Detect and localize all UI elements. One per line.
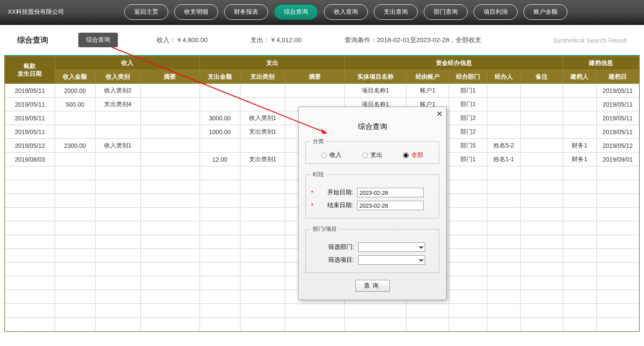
- category-legend: 分类: [311, 138, 326, 145]
- cell-date: 2019/05/11: [5, 111, 55, 125]
- income-total: 收入：￥4,800.00: [157, 36, 207, 44]
- cell-remark: [520, 153, 563, 166]
- nav-btn-4[interactable]: 收入查询: [324, 4, 368, 20]
- close-icon[interactable]: ✕: [436, 109, 443, 119]
- th-creator: 建档人: [563, 70, 596, 84]
- cell-inCat: 收入类别2: [95, 84, 140, 98]
- dialog-submit-button[interactable]: 查询: [355, 280, 390, 292]
- th-expense-amt: 支出金额: [200, 70, 240, 84]
- th-fund-group: 资金经办信息: [345, 56, 563, 70]
- cell-exAmt: 12.00: [200, 153, 240, 166]
- cell-inCat: 收入类别1: [95, 139, 140, 153]
- cell-person: [487, 111, 520, 125]
- dialog-title: 综合查询: [299, 122, 446, 132]
- start-date-input[interactable]: [357, 188, 424, 197]
- th-expense-cat: 支出类别: [240, 70, 285, 84]
- nav-btn-3[interactable]: 综合查询: [274, 4, 318, 20]
- top-nav-bar: XX科技股份有限公司 返回主页收支明细财务报表综合查询收入查询支出查询部门查询项…: [0, 0, 644, 25]
- th-income-amt: 收入金额: [55, 70, 95, 84]
- cell-inAmt: 500.00: [55, 98, 95, 111]
- th-income-sum: 摘要: [140, 70, 200, 84]
- radio-all[interactable]: 全部: [403, 151, 423, 159]
- filter-legend: 部门/项目: [311, 225, 339, 233]
- nav-btn-6[interactable]: 部门查询: [424, 4, 468, 20]
- open-search-dialog-button[interactable]: 综合查询: [78, 33, 118, 47]
- end-date-input[interactable]: [357, 201, 424, 210]
- cell-exCat: 支出类别1: [240, 153, 285, 166]
- th-person: 经办人: [487, 70, 520, 84]
- th-income-group: 收入: [55, 56, 200, 70]
- summary-bar: 综合查询 综合查询 收入：￥4,800.00 支出：￥4,012.00 查询条件…: [4, 25, 640, 55]
- cell-creator: [563, 111, 596, 125]
- table-row-empty: [5, 318, 639, 331]
- cell-exSum: [285, 84, 345, 98]
- cell-inSum: [140, 111, 200, 125]
- cell-dept: 部门1: [449, 98, 487, 111]
- cell-person: 姓名5-2: [487, 139, 520, 153]
- cell-creator: [563, 98, 596, 111]
- cell-inCat: 支出类别4: [95, 98, 140, 111]
- cell-person: [487, 125, 520, 139]
- cell-cdate: 2019/05/12: [596, 139, 639, 153]
- nav-btn-8[interactable]: 账户余额: [524, 4, 567, 20]
- cell-inAmt: 2000.00: [55, 84, 95, 98]
- page-subtitle-english: Synthetical Search Result: [553, 37, 627, 44]
- cell-exCat: [240, 84, 285, 98]
- search-dialog: ✕ 综合查询 分类 收入 支出 全部 时段 *开始日期: *结束日期: 部门/项…: [298, 107, 447, 300]
- cell-person: 姓名1-1: [487, 153, 520, 166]
- category-fieldset: 分类 收入 支出 全部: [305, 138, 439, 164]
- end-date-label: 结束日期:: [314, 202, 353, 209]
- cell-inSum: [140, 84, 200, 98]
- th-create-date: 建档日: [596, 70, 639, 84]
- cell-exAmt: 1000.00: [200, 125, 240, 139]
- cell-cdate: 2019/05/11: [596, 111, 639, 125]
- nav-btn-5[interactable]: 支出查询: [374, 4, 418, 20]
- cell-remark: [520, 98, 563, 111]
- cell-exCat: 收入类别1: [240, 111, 285, 125]
- query-condition: 查询条件：2018-02-01至2023-02-28，全部收支: [345, 36, 481, 44]
- cell-inSum: [140, 98, 200, 111]
- cell-inCat: [95, 125, 140, 139]
- filter-proj-select[interactable]: [358, 255, 425, 265]
- cell-person: [487, 98, 520, 111]
- filter-dept-select[interactable]: [358, 242, 425, 252]
- nav-btn-7[interactable]: 项目利润: [474, 4, 518, 20]
- dialog-titlebar: ✕: [299, 107, 446, 121]
- cell-inSum: [140, 125, 200, 139]
- radio-income[interactable]: 收入: [321, 151, 342, 159]
- cell-exAmt: [200, 98, 240, 111]
- cell-proj: 项目名称1: [345, 84, 407, 98]
- nav-btn-0[interactable]: 返回主页: [124, 4, 168, 20]
- cell-acc: 账户1: [406, 84, 449, 98]
- th-dept: 经办部门: [449, 70, 487, 84]
- period-legend: 时段: [311, 171, 326, 178]
- cell-date: 2019/08/03: [5, 153, 55, 166]
- brand-label: XX科技股份有限公司: [8, 8, 64, 16]
- th-income-cat: 收入类别: [95, 70, 140, 84]
- cell-date: 2019/05/12: [5, 139, 55, 153]
- cell-remark: [520, 139, 563, 153]
- cell-creator: [563, 84, 596, 98]
- table-row[interactable]: 2019/05/112000.00收入类别2项目名称1账户1部门12019/05…: [5, 84, 639, 98]
- cell-cdate: 2019/09/01: [596, 153, 639, 166]
- cell-exCat: 支出类别1: [240, 125, 285, 139]
- cell-dept: 部门5: [449, 139, 487, 153]
- cell-dept: 部门1: [449, 153, 487, 166]
- cell-inCat: [95, 111, 140, 125]
- th-expense-group: 支出: [200, 56, 345, 70]
- radio-expense[interactable]: 支出: [362, 151, 382, 159]
- nav-btn-1[interactable]: 收支明细: [174, 4, 218, 20]
- cell-inAmt: [55, 153, 95, 166]
- table-row-empty: [5, 304, 639, 318]
- cell-date: 2019/05/11: [5, 125, 55, 139]
- cell-remark: [520, 111, 563, 125]
- cell-creator: [563, 125, 596, 139]
- cell-exAmt: 3000.00: [200, 111, 240, 125]
- cell-inCat: [95, 153, 140, 166]
- cell-creator: 财务1: [563, 139, 596, 153]
- th-expense-sum: 摘要: [285, 70, 345, 84]
- start-date-label: 开始日期:: [314, 189, 353, 196]
- cell-cdate: 2019/05/11: [596, 125, 639, 139]
- nav-btn-2[interactable]: 财务报表: [224, 4, 268, 20]
- cell-cdate: 2019/05/11: [596, 98, 639, 111]
